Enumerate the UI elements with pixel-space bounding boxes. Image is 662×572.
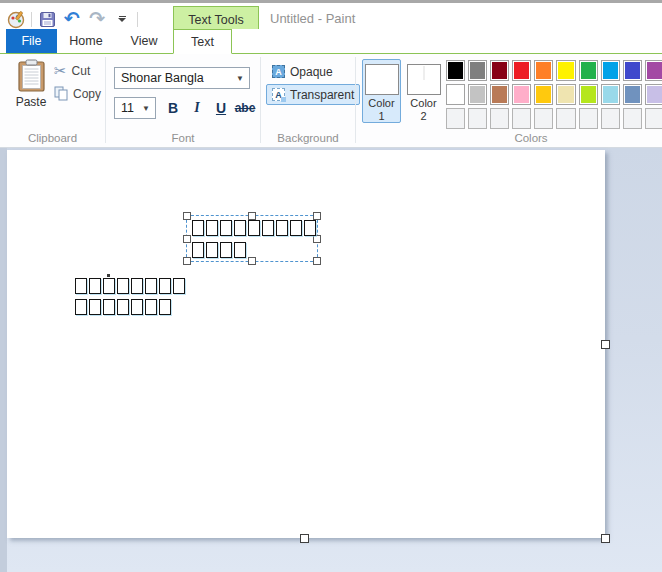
palette-swatch[interactable]	[490, 84, 509, 105]
palette-swatch-empty[interactable]	[645, 108, 662, 129]
selection-handle-bottom-left[interactable]	[183, 257, 191, 265]
selection-handle-top-left[interactable]	[183, 212, 191, 220]
palette-swatch-empty[interactable]	[468, 108, 487, 129]
missing-glyph-box	[89, 299, 101, 315]
missing-glyph-box	[75, 278, 87, 294]
palette-swatch[interactable]	[579, 84, 598, 105]
canvas-resize-handle-right[interactable]	[601, 340, 610, 349]
window-title: Untitled - Paint	[270, 11, 355, 26]
palette-swatch[interactable]	[468, 84, 487, 105]
palette-swatch[interactable]	[446, 84, 465, 105]
missing-glyph-box	[206, 220, 218, 236]
palette-swatch[interactable]	[468, 60, 487, 81]
tab-text-active[interactable]: Text	[173, 29, 232, 54]
canvas-resize-handle-bottom[interactable]	[300, 534, 309, 543]
color2-swatch	[407, 64, 441, 95]
dropdown-arrow-icon: ▼	[236, 74, 244, 83]
italic-button[interactable]: I	[186, 97, 208, 119]
transparent-button-selected[interactable]: A Transparent	[266, 84, 360, 105]
palette-swatch[interactable]	[534, 84, 553, 105]
group-clipboard: Paste ✂ Cut Copy Clipboard	[0, 54, 105, 147]
strikethrough-label: abe	[235, 101, 256, 115]
palette-row-empty	[446, 108, 662, 129]
ribbon-tab-bar: File Home View Text	[0, 29, 662, 54]
canvas-resize-handle-corner[interactable]	[601, 534, 610, 543]
opaque-icon: A	[272, 65, 285, 78]
customize-quick-access-dropdown-icon[interactable]	[112, 9, 132, 29]
selection-handle-bottom-middle[interactable]	[248, 257, 256, 265]
palette-swatch[interactable]	[645, 60, 662, 81]
copy-icon	[54, 86, 68, 101]
font-size-combobox[interactable]: 11 ▼	[114, 97, 156, 119]
missing-glyph-box	[290, 220, 302, 236]
palette-swatch-empty[interactable]	[512, 108, 531, 129]
missing-glyph-box	[159, 299, 171, 315]
missing-glyph-box	[304, 220, 316, 236]
color1-button-selected[interactable]: Color 1	[362, 59, 401, 123]
palette-swatch-empty[interactable]	[623, 108, 642, 129]
paste-button[interactable]: Paste	[8, 59, 54, 137]
redo-icon[interactable]: ↷	[87, 9, 107, 29]
palette-swatch[interactable]	[556, 84, 575, 105]
save-icon[interactable]	[37, 9, 57, 29]
palette-swatch[interactable]	[534, 60, 553, 81]
palette-swatch-empty[interactable]	[579, 108, 598, 129]
undo-glyph: ↶	[64, 10, 80, 28]
opaque-button[interactable]: A Opaque	[266, 61, 339, 82]
selection-handle-top-right[interactable]	[313, 212, 321, 220]
missing-glyph-box	[220, 242, 232, 258]
cut-button[interactable]: ✂ Cut	[54, 62, 90, 80]
selection-handle-bottom-right[interactable]	[313, 257, 321, 265]
drawing-canvas[interactable]	[7, 150, 605, 538]
transparent-icon: A	[272, 88, 285, 101]
missing-glyph-box	[276, 220, 288, 236]
strikethrough-button[interactable]: abe	[234, 97, 256, 119]
color2-button[interactable]: Color 2	[404, 59, 443, 123]
bold-button[interactable]: B	[162, 97, 184, 119]
palette-swatch[interactable]	[623, 60, 642, 81]
palette-swatch-empty[interactable]	[534, 108, 553, 129]
palette-swatch[interactable]	[490, 60, 509, 81]
palette-swatch[interactable]	[512, 84, 531, 105]
opaque-label: Opaque	[290, 65, 333, 79]
separator	[31, 12, 32, 27]
colors-group-label: Colors	[481, 132, 581, 144]
redo-glyph: ↷	[89, 10, 105, 28]
copy-button[interactable]: Copy	[54, 86, 101, 101]
palette-swatch[interactable]	[601, 84, 620, 105]
palette-swatch-empty[interactable]	[446, 108, 465, 129]
palette-swatch[interactable]	[446, 60, 465, 81]
selected-text-line-2	[192, 242, 248, 258]
palette-swatch[interactable]	[512, 60, 531, 81]
palette-row-1	[446, 60, 662, 81]
palette-swatch-empty[interactable]	[601, 108, 620, 129]
missing-glyph-box	[103, 299, 115, 315]
font-family-combobox[interactable]: Shonar Bangla ▼	[114, 67, 250, 89]
underline-button[interactable]: U	[210, 97, 232, 119]
palette-swatch[interactable]	[623, 84, 642, 105]
tab-file[interactable]: File	[6, 29, 57, 53]
paint-logo-icon	[6, 9, 26, 29]
palette-swatch[interactable]	[645, 84, 662, 105]
missing-glyph-box	[117, 299, 129, 315]
palette-swatch[interactable]	[601, 60, 620, 81]
group-background: A Opaque A Transparent Background	[261, 54, 355, 147]
tab-home[interactable]: Home	[57, 29, 115, 53]
missing-glyph-box	[103, 278, 115, 294]
missing-glyph-box	[145, 299, 157, 315]
tab-view[interactable]: View	[115, 29, 173, 53]
selection-handle-middle-left[interactable]	[183, 235, 191, 243]
palette-swatch[interactable]	[579, 60, 598, 81]
palette-swatch-empty[interactable]	[490, 108, 509, 129]
missing-glyph-box	[192, 220, 204, 236]
palette-swatch-empty[interactable]	[556, 108, 575, 129]
clipboard-group-label: Clipboard	[0, 132, 105, 144]
undo-icon[interactable]: ↶	[62, 9, 82, 29]
missing-glyph-box	[131, 299, 143, 315]
missing-glyph-box	[262, 220, 274, 236]
font-size-value: 11	[121, 101, 134, 115]
palette-swatch[interactable]	[556, 60, 575, 81]
paste-label: Paste	[16, 95, 47, 109]
color-palette	[446, 60, 662, 132]
selection-handle-top-middle[interactable]	[248, 212, 256, 220]
